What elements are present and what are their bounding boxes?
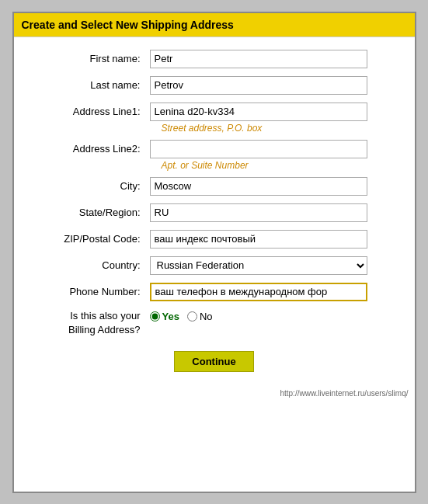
billing-radio-group: Yes No	[150, 309, 213, 322]
city-row: City:	[30, 177, 399, 196]
first-name-row: First name:	[30, 50, 399, 68]
address-line1-label: Address Line1:	[30, 103, 150, 117]
billing-label-line2: Billing Address?	[68, 324, 141, 335]
zip-postal-row: ZIP/Postal Code:	[30, 230, 399, 249]
first-name-input[interactable]	[150, 50, 367, 68]
last-name-label: Last name:	[30, 76, 150, 91]
last-name-input[interactable]	[150, 76, 367, 95]
phone-number-input[interactable]	[150, 283, 367, 301]
address-line2-label: Address Line2:	[30, 140, 150, 155]
billing-yes-option[interactable]: Yes	[150, 311, 179, 322]
city-input[interactable]	[150, 177, 367, 196]
first-name-label: First name:	[30, 50, 150, 64]
form-container: First name: Last name: Address Line1: St…	[14, 37, 415, 388]
zip-postal-label: ZIP/Postal Code:	[30, 230, 150, 245]
billing-no-label: No	[200, 311, 213, 322]
address-line2-hint: Apt. or Suite Number	[162, 160, 249, 171]
zip-postal-input[interactable]	[150, 230, 367, 249]
city-label: City:	[30, 177, 150, 192]
state-region-label: State/Region:	[30, 203, 150, 218]
country-row: Country: Russian Federation United State…	[30, 256, 399, 275]
address-line1-input[interactable]	[150, 103, 367, 121]
continue-row: Continue	[30, 351, 399, 372]
address-line2-input[interactable]	[150, 140, 367, 158]
country-label: Country:	[30, 256, 150, 271]
billing-label-line1: Is this also your	[70, 310, 140, 322]
address-line2-row: Address Line2:	[30, 140, 399, 158]
state-region-row: State/Region:	[30, 203, 399, 222]
address-line1-hint: Street address, P.O. box	[162, 123, 263, 134]
billing-yes-radio[interactable]	[150, 311, 160, 322]
address-line1-row: Address Line1:	[30, 103, 399, 121]
billing-no-option[interactable]: No	[187, 311, 213, 322]
continue-button[interactable]: Continue	[174, 351, 253, 372]
state-region-input[interactable]	[150, 203, 367, 222]
billing-address-label: Is this also your Billing Address?	[30, 309, 150, 337]
phone-number-label: Phone Number:	[30, 283, 150, 297]
address-line1-hint-row: Street address, P.O. box	[30, 123, 399, 134]
billing-address-row: Is this also your Billing Address? Yes N…	[30, 309, 399, 337]
billing-yes-label: Yes	[162, 311, 179, 322]
main-window: Create and Select New Shipping Address F…	[12, 12, 416, 493]
title-bar: Create and Select New Shipping Address	[14, 13, 415, 37]
footer-url: http://www.liveinternet.ru/users/slimq/	[14, 388, 415, 401]
address-line2-hint-row: Apt. or Suite Number	[30, 160, 399, 171]
billing-no-radio[interactable]	[187, 311, 197, 322]
window-title: Create and Select New Shipping Address	[22, 19, 234, 31]
last-name-row: Last name:	[30, 76, 399, 95]
country-select[interactable]: Russian Federation United States Germany…	[150, 256, 367, 275]
phone-number-row: Phone Number:	[30, 283, 399, 301]
